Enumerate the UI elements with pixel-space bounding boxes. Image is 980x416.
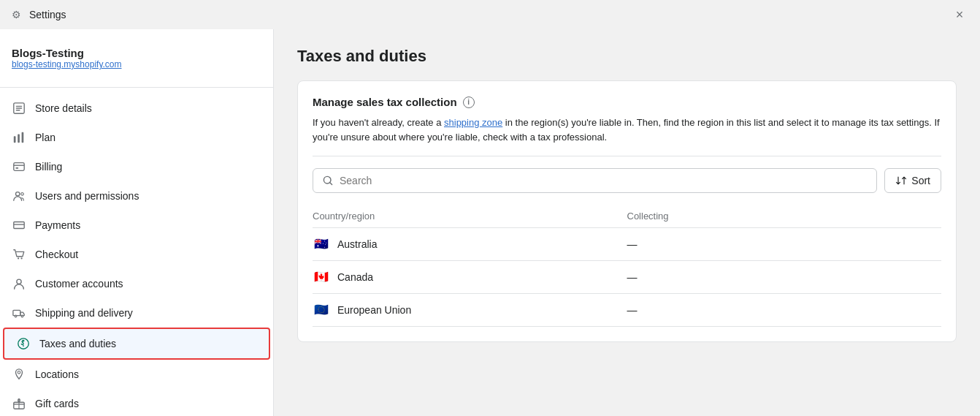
column-country: Country/region [313,211,627,222]
svg-point-14 [18,371,20,374]
card-title-text: Manage sales tax collection [313,96,457,108]
svg-point-12 [15,315,17,317]
locations-icon [12,367,26,382]
sidebar-item-plan[interactable]: Plan [0,123,273,152]
store-name: Blogs-Testing [12,47,261,59]
sidebar-item-label: Checkout [35,249,78,260]
sidebar-item-label: Taxes and duties [39,338,116,349]
table-row[interactable]: 🇦🇺 Australia — [313,228,941,261]
payments-icon [12,218,26,232]
flag-australia: 🇦🇺 [313,238,330,250]
store-url[interactable]: blogs-testing.myshopify.com [12,59,261,69]
settings-icon: ⚙ [12,9,23,20]
sidebar-item-checkout[interactable]: Checkout [0,240,273,269]
title-bar-left: ⚙ Settings [12,9,66,20]
svg-point-7 [21,193,24,196]
svg-point-9 [21,257,23,259]
sidebar-item-label: Plan [35,132,55,143]
svg-point-10 [17,279,21,284]
country-name-canada: Canada [337,271,373,283]
collecting-canada: — [627,271,942,283]
description-text-1: If you haven't already, create a [313,117,444,128]
flag-eu: 🇪🇺 [313,304,330,316]
sidebar-item-label: Store details [35,102,92,114]
search-sort-row: Sort [313,168,941,193]
sidebar-item-payments[interactable]: Payments [0,211,273,240]
sidebar-divider [0,87,273,88]
sort-button[interactable]: Sort [884,168,941,193]
customer-accounts-icon [12,276,26,291]
plan-icon [12,130,26,145]
svg-rect-3 [22,132,24,143]
svg-rect-5 [16,167,19,169]
store-info: Blogs-Testing blogs-testing.myshopify.co… [0,41,273,81]
svg-point-13 [21,315,23,317]
search-icon [322,175,334,186]
country-cell-canada: 🇨🇦 Canada [313,271,627,283]
close-button[interactable]: × [951,6,968,23]
sidebar-item-gift-cards[interactable]: Gift cards [0,389,273,416]
collecting-australia: — [627,238,942,250]
svg-rect-1 [14,136,16,143]
country-name-australia: Australia [337,238,377,250]
page-title: Taxes and duties [297,47,957,66]
taxes-card: Manage sales tax collection i If you hav… [297,80,957,342]
sidebar-item-billing[interactable]: Billing [0,152,273,181]
sidebar-item-label: Locations [35,368,79,380]
svg-point-6 [16,192,20,196]
card-section-title: Manage sales tax collection i [313,96,941,108]
table-row[interactable]: 🇨🇦 Canada — [313,261,941,294]
gift-cards-icon [12,396,26,411]
sidebar-item-label: Payments [35,219,80,231]
info-icon[interactable]: i [463,97,475,108]
country-cell-eu: 🇪🇺 European Union [313,304,627,316]
search-input[interactable] [340,169,868,192]
sidebar-item-label: Shipping and delivery [35,307,133,319]
sidebar-item-label: Billing [35,161,62,173]
shipping-icon [12,306,26,320]
flag-canada: 🇨🇦 [313,271,330,283]
users-icon [12,189,26,203]
svg-rect-11 [13,310,20,315]
sidebar-item-users-permissions[interactable]: Users and permissions [0,181,273,211]
sort-icon [895,175,907,186]
store-details-icon [12,101,26,116]
sidebar-item-label: Gift cards [35,398,79,409]
main-layout: Blogs-Testing blogs-testing.myshopify.co… [0,29,980,416]
taxes-icon [16,336,31,351]
title-bar: ⚙ Settings × [0,0,980,29]
card-description: If you haven't already, create a shippin… [313,116,941,144]
sidebar: Blogs-Testing blogs-testing.myshopify.co… [0,29,274,416]
svg-point-8 [18,257,19,259]
main-content: Taxes and duties Manage sales tax collec… [274,29,980,416]
card-divider [313,156,941,156]
sort-label: Sort [911,175,930,186]
search-box [313,168,877,193]
sidebar-item-shipping-delivery[interactable]: Shipping and delivery [0,298,273,328]
sidebar-item-store-details[interactable]: Store details [0,94,273,123]
table-header: Country/region Collecting [313,205,941,228]
country-name-eu: European Union [337,304,411,316]
checkout-icon [12,247,26,262]
sidebar-item-locations[interactable]: Locations [0,360,273,389]
collecting-eu: — [627,304,942,316]
country-cell-australia: 🇦🇺 Australia [313,238,627,250]
shipping-zone-link[interactable]: shipping zone [444,117,502,128]
sidebar-item-label: Users and permissions [35,190,139,202]
app-window: ⚙ Settings × Blogs-Testing blogs-testing… [0,0,980,416]
table-row[interactable]: 🇪🇺 European Union — [313,294,941,327]
svg-rect-4 [14,163,24,171]
sidebar-item-label: Customer accounts [35,278,123,290]
column-collecting: Collecting [627,211,942,222]
sidebar-item-taxes-duties[interactable]: Taxes and duties [3,328,270,360]
title-bar-title: Settings [29,9,66,20]
sidebar-item-customer-accounts[interactable]: Customer accounts [0,269,273,298]
billing-icon [12,159,26,174]
svg-rect-2 [18,135,20,143]
